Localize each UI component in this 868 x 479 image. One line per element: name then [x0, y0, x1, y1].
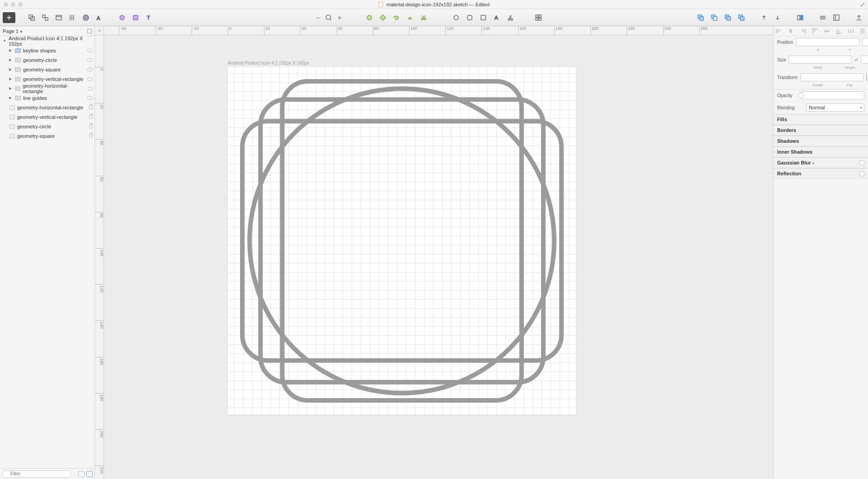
lock-icon[interactable]	[89, 115, 93, 119]
visibility-icon[interactable]	[87, 58, 93, 62]
canvas[interactable]: Android Product Icon 4:1 192px X 192px	[104, 35, 773, 479]
ruler-origin[interactable]: ⟲	[95, 26, 104, 35]
distribute-h-icon[interactable]	[847, 28, 854, 34]
export-button[interactable]	[853, 12, 865, 23]
align-right-icon[interactable]	[799, 28, 807, 34]
layer-shape[interactable]: geometry-square	[0, 131, 94, 141]
layer-folder[interactable]: ▶geometry-circle	[0, 55, 94, 65]
vector-tool[interactable]	[129, 12, 142, 23]
align-center-h-icon[interactable]	[787, 28, 794, 34]
edit-oval-button[interactable]	[450, 12, 462, 23]
difference-button[interactable]	[735, 12, 748, 23]
zoom-window-icon[interactable]	[18, 2, 23, 7]
artboard-toggle-icon[interactable]	[87, 29, 92, 33]
align-bottom-icon[interactable]	[835, 28, 842, 34]
filter-input[interactable]	[2, 470, 71, 478]
visibility-icon[interactable]	[87, 49, 93, 52]
filter-copy-icon[interactable]	[78, 471, 85, 477]
visibility-icon[interactable]	[87, 77, 93, 81]
section-shadows[interactable]: Shadows	[774, 136, 868, 146]
shape-oval-button[interactable]	[363, 12, 376, 23]
view-button[interactable]	[816, 12, 829, 23]
layer-folder[interactable]: ▶keyline shapes	[0, 46, 94, 55]
insert-button[interactable]	[3, 12, 15, 23]
text-tool[interactable]: T	[143, 12, 156, 23]
union-button[interactable]	[694, 12, 707, 23]
grid-view-button[interactable]	[532, 12, 545, 23]
window-controls[interactable]	[4, 2, 23, 7]
zoom-out-button[interactable]: −	[314, 12, 321, 23]
lock-aspect-icon[interactable]: ⇄	[854, 57, 858, 62]
section-reflection[interactable]: Reflection	[774, 168, 868, 179]
distribute-v-icon[interactable]	[859, 28, 866, 34]
rotate-button[interactable]	[390, 12, 403, 23]
canvas-artboard[interactable]	[228, 67, 576, 415]
ruler-vertical[interactable]: 020406080100120140160180200220	[95, 35, 104, 479]
pages-selector[interactable]: Page 1▼	[0, 26, 94, 36]
layer-shape[interactable]: geometry-vertical-rectangle	[0, 112, 94, 122]
flip-h-icon[interactable]: ⇋	[867, 74, 867, 81]
section-gaussian-blur[interactable]: Gaussian Blur▾	[774, 157, 868, 168]
section-borders[interactable]: Borders	[774, 125, 868, 136]
edit-rect-button[interactable]	[477, 12, 490, 23]
shape-polygon-button[interactable]	[377, 12, 389, 23]
layer-folder[interactable]: ▶geometry-horizontal-rectangle	[0, 84, 94, 93]
filter-slice-icon[interactable]	[86, 471, 93, 477]
edit-round-button[interactable]	[463, 12, 476, 23]
fullscreen-icon[interactable]: ⤢	[860, 1, 865, 8]
section-fills[interactable]: Fills	[774, 114, 868, 125]
opacity-field[interactable]	[801, 91, 864, 99]
visibility-icon[interactable]	[88, 87, 93, 90]
forward-button[interactable]	[758, 12, 770, 23]
lock-icon[interactable]	[89, 134, 93, 138]
flatten-button[interactable]	[404, 12, 416, 23]
align-top-icon[interactable]	[811, 28, 818, 34]
layer-folder[interactable]: ▶line guides	[0, 93, 94, 103]
lock-icon[interactable]	[89, 105, 93, 109]
visibility-icon[interactable]	[87, 96, 93, 100]
group-button[interactable]	[25, 12, 38, 23]
create-symbol-button[interactable]	[52, 12, 65, 23]
position-x-field[interactable]	[796, 38, 859, 46]
section-checkbox[interactable]	[859, 171, 864, 176]
canvas-area[interactable]: ⟲ -60-40-2002040608010012014016018020022…	[95, 26, 773, 479]
section-checkbox[interactable]	[859, 160, 864, 165]
subtract-button[interactable]	[708, 12, 721, 23]
scissors-alt-button[interactable]	[504, 12, 517, 23]
svg-rect-8	[133, 15, 138, 20]
minimize-window-icon[interactable]	[11, 2, 15, 7]
position-y-field[interactable]	[862, 38, 868, 46]
layer-folder[interactable]: ▶geometry-square	[0, 65, 94, 74]
layer-shape[interactable]: geometry-horizontal-rectangle	[0, 103, 94, 112]
align-left-icon[interactable]	[775, 28, 783, 34]
svg-rect-23	[539, 18, 541, 20]
scissors-button[interactable]	[417, 12, 430, 23]
blending-select[interactable]: Normal	[806, 103, 864, 112]
lock-icon[interactable]	[89, 124, 93, 128]
ungroup-button[interactable]	[39, 12, 52, 23]
zoom-tool[interactable]	[322, 12, 335, 23]
layer-artboard[interactable]: ▼ Android Product Icon 4:1 192px X 192px	[0, 36, 94, 46]
width-field[interactable]	[788, 56, 852, 64]
layout-button[interactable]	[830, 12, 843, 23]
layout-grid-button[interactable]	[66, 12, 79, 23]
colors-button[interactable]	[80, 12, 92, 23]
layer-folder[interactable]: ▶geometry-vertical-rectangle	[0, 74, 94, 84]
rotate-field[interactable]	[800, 73, 863, 81]
edit-text-button[interactable]: A	[491, 12, 503, 23]
pencil-tool[interactable]	[116, 12, 128, 23]
align-center-v-icon[interactable]	[823, 28, 830, 34]
close-window-icon[interactable]	[4, 2, 8, 7]
canvas-artboard-label[interactable]: Android Product Icon 4:1 192px X 192px	[228, 61, 309, 66]
visibility-icon[interactable]	[87, 68, 93, 71]
zoom-in-button[interactable]: +	[336, 12, 343, 23]
mirror-button[interactable]	[794, 12, 807, 23]
ruler-horizontal[interactable]: -60-40-200204060801001201401601802002202…	[104, 26, 773, 35]
intersect-button[interactable]	[722, 12, 734, 23]
layer-shape[interactable]: geometry-circle	[0, 122, 94, 131]
fonts-button[interactable]: A	[93, 12, 106, 23]
flip-segmented[interactable]: ⇋⇵	[866, 73, 867, 81]
backward-button[interactable]	[771, 12, 784, 23]
section-inner-shadows[interactable]: Inner Shadows	[774, 146, 868, 157]
height-field[interactable]	[861, 56, 868, 64]
